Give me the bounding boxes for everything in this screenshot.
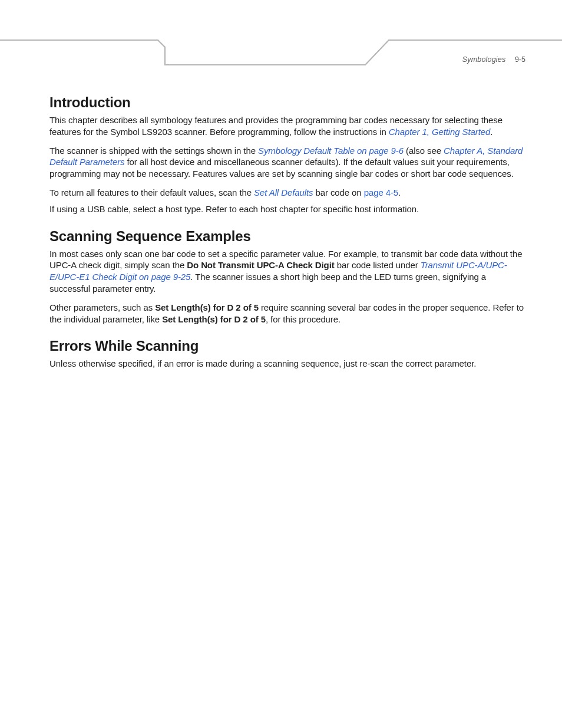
page-content: Introduction This chapter describes all … [49,94,525,377]
heading-scanning-sequence: Scanning Sequence Examples [49,228,525,245]
header-rule [0,38,562,68]
page-header: Symbologies 9-5 [462,55,525,64]
link-set-all-defaults[interactable]: Set All Defaults [254,187,313,197]
link-page-4-5[interactable]: page 4-5 [364,187,398,197]
heading-errors: Errors While Scanning [49,338,525,354]
scanning-p2: Other parameters, such as Set Length(s) … [49,302,525,325]
intro-p4: If using a USB cable, select a host type… [49,203,525,215]
link-symbology-default-table[interactable]: Symbology Default Table on page 9-6 [258,146,404,156]
link-chapter-1[interactable]: Chapter 1, Getting Started [389,127,491,137]
intro-p1: This chapter describes all symbology fea… [49,114,525,138]
chapter-name: Symbologies [462,55,506,64]
bold-do-not-transmit: Do Not Transmit UPC-A Check Digit [187,260,334,270]
intro-p2: The scanner is shipped with the settings… [49,145,525,180]
intro-p3: To return all features to their default … [49,187,525,199]
scanning-p1: In most cases only scan one bar code to … [49,248,525,295]
bold-set-lengths-1: Set Length(s) for D 2 of 5 [155,302,259,312]
heading-introduction: Introduction [49,94,525,111]
page-number: 9-5 [515,55,525,64]
errors-p1: Unless otherwise specified, if an error … [49,358,525,370]
bold-set-lengths-2: Set Length(s) for D 2 of 5 [162,314,266,324]
